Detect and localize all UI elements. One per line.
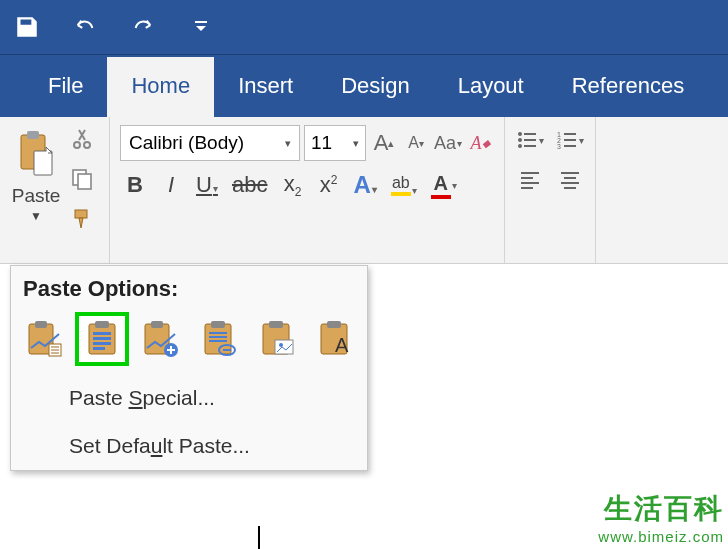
svg-rect-16 xyxy=(564,133,576,135)
shrink-font-button[interactable]: A▾ xyxy=(402,129,430,157)
tab-design[interactable]: Design xyxy=(317,57,433,117)
chevron-down-icon: ▾ xyxy=(285,137,291,150)
tab-insert[interactable]: Insert xyxy=(214,57,317,117)
svg-rect-52 xyxy=(327,321,341,328)
svg-point-5 xyxy=(84,142,90,148)
clipboard-paste-icon xyxy=(16,129,56,179)
svg-rect-18 xyxy=(564,139,576,141)
subscript-button[interactable]: x2 xyxy=(281,171,303,199)
text-cursor xyxy=(258,526,260,549)
svg-rect-44 xyxy=(209,336,227,338)
underline-button[interactable]: U▾ xyxy=(196,172,218,198)
svg-rect-14 xyxy=(524,145,536,147)
clipboard-small-buttons xyxy=(64,123,100,257)
tab-references[interactable]: References xyxy=(548,57,709,117)
svg-rect-10 xyxy=(524,133,536,135)
paste-keep-source-formatting[interactable] xyxy=(21,316,67,362)
svg-rect-0 xyxy=(195,21,207,23)
svg-point-11 xyxy=(518,138,522,142)
paste-text-only[interactable]: A xyxy=(311,316,357,362)
svg-point-9 xyxy=(518,132,522,136)
svg-rect-39 xyxy=(151,321,163,328)
paste-options-menu: Paste Options: A Paste Special... Set De… xyxy=(10,265,368,471)
svg-rect-30 xyxy=(35,321,47,328)
paste-picture[interactable] xyxy=(137,316,183,362)
undo-button[interactable] xyxy=(68,10,102,44)
svg-rect-2 xyxy=(27,131,39,139)
svg-rect-35 xyxy=(93,337,111,340)
ribbon-group-paragraph: ▾ 123▾ xyxy=(505,117,596,263)
tab-mailings[interactable]: Ma xyxy=(708,57,728,117)
tab-home[interactable]: Home xyxy=(107,57,214,117)
paste-link[interactable] xyxy=(195,316,241,362)
svg-point-13 xyxy=(518,144,522,148)
cut-button[interactable] xyxy=(70,127,94,155)
svg-rect-42 xyxy=(211,321,225,328)
svg-rect-20 xyxy=(564,145,576,147)
paste-button[interactable]: Paste ▼ xyxy=(8,123,64,257)
text-effects-button[interactable]: A▾ xyxy=(353,171,376,199)
align-center-button[interactable] xyxy=(555,165,585,195)
svg-rect-43 xyxy=(209,332,227,334)
svg-rect-7 xyxy=(78,174,91,189)
svg-point-4 xyxy=(74,142,80,148)
align-left-button[interactable] xyxy=(515,165,545,195)
clear-formatting-button[interactable]: A◆ xyxy=(466,129,494,157)
ribbon: Paste ▼ Calibri (Body) ▾ 11 ▾ xyxy=(0,117,728,264)
svg-text:3: 3 xyxy=(557,143,561,150)
svg-rect-8 xyxy=(75,210,87,218)
chevron-down-icon: ▾ xyxy=(353,137,359,150)
paste-label: Paste xyxy=(12,185,61,207)
ribbon-group-clipboard: Paste ▼ xyxy=(0,117,110,263)
qat-customize-button[interactable] xyxy=(184,10,218,44)
copy-button[interactable] xyxy=(70,167,94,195)
numbering-button[interactable]: 123▾ xyxy=(555,125,585,155)
paste-special-menuitem[interactable]: Paste Special... xyxy=(11,374,367,422)
redo-button[interactable] xyxy=(126,10,160,44)
ribbon-tabs: File Home Insert Design Layout Reference… xyxy=(0,55,728,117)
font-color-button[interactable]: A▾ xyxy=(431,172,457,199)
paste-merge-formatting[interactable] xyxy=(79,316,125,362)
svg-rect-48 xyxy=(269,321,283,328)
quick-access-toolbar xyxy=(0,0,728,55)
bullets-button[interactable]: ▾ xyxy=(515,125,545,155)
font-size-select[interactable]: 11 ▾ xyxy=(304,125,366,161)
strikethrough-button[interactable]: abc xyxy=(232,172,267,198)
font-size-value: 11 xyxy=(311,132,332,154)
svg-rect-34 xyxy=(93,332,111,335)
paste-dropdown-arrow[interactable]: ▼ xyxy=(30,209,42,223)
format-painter-button[interactable] xyxy=(70,207,94,235)
tab-layout[interactable]: Layout xyxy=(434,57,548,117)
paste-options-header: Paste Options: xyxy=(11,266,367,310)
svg-rect-36 xyxy=(93,342,111,345)
svg-rect-12 xyxy=(524,139,536,141)
svg-rect-33 xyxy=(95,321,109,328)
set-default-paste-menuitem[interactable]: Set Default Paste... xyxy=(11,422,367,470)
font-name-value: Calibri (Body) xyxy=(129,132,244,154)
bold-button[interactable]: B xyxy=(124,172,146,198)
ribbon-group-font: Calibri (Body) ▾ 11 ▾ A▴ A▾ Aa▾ A◆ B I U… xyxy=(110,117,505,263)
svg-rect-37 xyxy=(93,347,105,350)
grow-font-button[interactable]: A▴ xyxy=(370,129,398,157)
svg-rect-3 xyxy=(34,151,52,175)
paste-as-image[interactable] xyxy=(253,316,299,362)
paste-options-row: A xyxy=(11,310,367,374)
svg-text:A: A xyxy=(335,334,349,356)
superscript-button[interactable]: x2 xyxy=(317,172,339,198)
tab-file[interactable]: File xyxy=(24,57,107,117)
svg-rect-45 xyxy=(209,340,227,342)
font-name-select[interactable]: Calibri (Body) ▾ xyxy=(120,125,300,161)
italic-button[interactable]: I xyxy=(160,172,182,198)
highlight-button[interactable]: ab▾ xyxy=(391,174,417,196)
change-case-button[interactable]: Aa▾ xyxy=(434,129,462,157)
save-button[interactable] xyxy=(10,10,44,44)
svg-point-50 xyxy=(279,343,283,347)
